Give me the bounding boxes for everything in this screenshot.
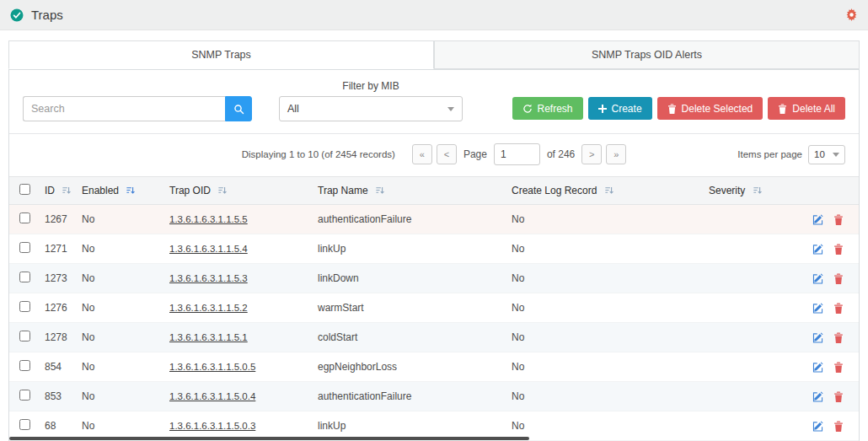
- row-checkbox[interactable]: [19, 301, 30, 312]
- cell-id: 1273: [38, 264, 75, 293]
- trap-oid-link[interactable]: 1.3.6.1.6.3.1.1.5.3: [169, 273, 248, 283]
- first-page-button[interactable]: «: [412, 144, 432, 164]
- table-row: 1271 No 1.3.6.1.6.3.1.1.5.4 linkUp No: [9, 234, 859, 264]
- snmp-traps-panel: Filter by MIB All Refresh Create: [8, 69, 860, 441]
- prev-page-button[interactable]: <: [437, 144, 457, 164]
- edit-icon[interactable]: [812, 332, 823, 343]
- last-page-button[interactable]: »: [606, 144, 626, 164]
- trap-oid-link[interactable]: 1.3.6.1.6.3.1.1.5.1: [169, 332, 248, 342]
- edit-icon[interactable]: [812, 362, 823, 373]
- cell-create-log-record: No: [505, 382, 702, 411]
- action-buttons: Refresh Create Delete Selected Delete Al…: [512, 97, 846, 120]
- cell-id: 854: [38, 352, 75, 382]
- mib-filter-group: Filter by MIB All: [279, 80, 463, 121]
- row-checkbox[interactable]: [19, 331, 30, 342]
- top-bar: Traps: [0, 0, 868, 30]
- edit-icon[interactable]: [812, 273, 823, 284]
- cell-trap-name: linkUp: [311, 234, 505, 264]
- create-button[interactable]: Create: [588, 97, 652, 120]
- cell-id: 1278: [38, 323, 75, 352]
- sort-icon[interactable]: [62, 186, 71, 197]
- sort-icon[interactable]: [753, 186, 762, 197]
- column-header-id[interactable]: ID: [38, 177, 75, 205]
- refresh-button[interactable]: Refresh: [512, 97, 583, 120]
- mib-filter-value: All: [287, 103, 299, 115]
- cell-severity: [702, 293, 812, 323]
- trap-oid-link[interactable]: 1.3.6.1.6.3.1.1.5.4: [169, 244, 248, 254]
- sort-icon[interactable]: [217, 186, 227, 197]
- sort-icon[interactable]: [126, 186, 135, 197]
- cell-trap-name: authenticationFailure: [311, 205, 505, 234]
- tab-bar: SNMP Traps SNMP Traps OID Alerts: [8, 40, 860, 69]
- table-row: 1276 No 1.3.6.1.6.3.1.1.5.2 warmStart No: [9, 293, 859, 323]
- trap-oid-link[interactable]: 1.3.6.1.6.3.1.1.5.5: [169, 214, 248, 224]
- tab-snmp-traps[interactable]: SNMP Traps: [8, 40, 434, 69]
- delete-icon[interactable]: [833, 273, 844, 284]
- traps-table-body: 1267 No 1.3.6.1.6.3.1.1.5.5 authenticati…: [9, 205, 859, 441]
- delete-icon[interactable]: [833, 303, 844, 314]
- trash-icon: [667, 104, 677, 114]
- cell-enabled: No: [75, 352, 163, 382]
- cell-create-log-record: No: [505, 205, 702, 234]
- cell-severity: [702, 264, 812, 293]
- search-input[interactable]: [23, 96, 225, 121]
- cell-id: 1267: [38, 205, 75, 234]
- page-label: Page: [463, 148, 487, 160]
- cell-create-log-record: No: [505, 352, 702, 382]
- gear-icon[interactable]: [845, 8, 858, 21]
- cell-create-log-record: No: [505, 411, 702, 441]
- cell-trap-name: coldStart: [311, 323, 505, 352]
- chevron-down-icon: [447, 107, 454, 111]
- cell-id: 1271: [38, 234, 75, 264]
- edit-icon[interactable]: [812, 421, 823, 432]
- edit-icon[interactable]: [812, 244, 823, 255]
- cell-create-log-record: No: [505, 234, 702, 264]
- next-page-button[interactable]: >: [581, 144, 602, 164]
- cell-id: 1276: [38, 293, 75, 323]
- table-row: 1267 No 1.3.6.1.6.3.1.1.5.5 authenticati…: [9, 205, 859, 234]
- column-header-create-log-record[interactable]: Create Log Record: [505, 177, 702, 205]
- page-number-input[interactable]: [494, 143, 540, 165]
- row-checkbox[interactable]: [19, 212, 30, 223]
- trap-oid-link[interactable]: 1.3.6.1.6.3.1.1.5.2: [169, 303, 248, 313]
- cell-enabled: No: [75, 323, 163, 352]
- delete-icon[interactable]: [833, 391, 844, 402]
- trap-oid-link[interactable]: 1.3.6.1.6.3.1.1.5.0.3: [169, 421, 255, 431]
- column-header-severity[interactable]: Severity: [702, 177, 812, 205]
- search-button[interactable]: [225, 96, 252, 121]
- row-checkbox[interactable]: [19, 242, 30, 253]
- sort-icon[interactable]: [375, 186, 384, 197]
- cell-enabled: No: [75, 382, 163, 411]
- cell-create-log-record: No: [505, 293, 702, 323]
- row-checkbox[interactable]: [19, 272, 30, 282]
- column-header-trap-oid[interactable]: Trap OID: [163, 177, 311, 205]
- delete-icon[interactable]: [833, 332, 844, 343]
- mib-filter-select[interactable]: All: [279, 96, 463, 121]
- delete-icon[interactable]: [833, 421, 844, 432]
- table-row: 1273 No 1.3.6.1.6.3.1.1.5.3 linkDown No: [9, 264, 859, 293]
- delete-icon[interactable]: [833, 214, 844, 225]
- column-header-trap-name[interactable]: Trap Name: [311, 177, 505, 205]
- tab-snmp-traps-oid-alerts[interactable]: SNMP Traps OID Alerts: [434, 40, 860, 69]
- delete-icon[interactable]: [833, 244, 844, 255]
- select-all-header: [9, 177, 38, 205]
- edit-icon[interactable]: [812, 214, 823, 225]
- chevron-down-icon: [833, 153, 839, 157]
- delete-selected-button[interactable]: Delete Selected: [657, 97, 764, 120]
- row-checkbox[interactable]: [19, 419, 30, 430]
- edit-icon[interactable]: [812, 303, 823, 314]
- cell-id: 853: [38, 382, 75, 411]
- horizontal-scrollbar-thumb[interactable]: [9, 437, 529, 440]
- trap-oid-link[interactable]: 1.3.6.1.6.3.1.1.5.0.4: [169, 391, 255, 401]
- sort-icon[interactable]: [604, 186, 613, 197]
- row-checkbox[interactable]: [19, 360, 30, 371]
- trap-oid-link[interactable]: 1.3.6.1.6.3.1.1.5.0.5: [169, 362, 255, 372]
- cell-create-log-record: No: [505, 323, 702, 352]
- row-checkbox[interactable]: [19, 390, 30, 401]
- items-per-page-select[interactable]: 10: [808, 145, 845, 164]
- delete-all-button[interactable]: Delete All: [768, 97, 845, 120]
- column-header-enabled[interactable]: Enabled: [75, 177, 163, 205]
- delete-icon[interactable]: [833, 362, 844, 373]
- edit-icon[interactable]: [812, 391, 823, 402]
- select-all-checkbox[interactable]: [19, 184, 30, 195]
